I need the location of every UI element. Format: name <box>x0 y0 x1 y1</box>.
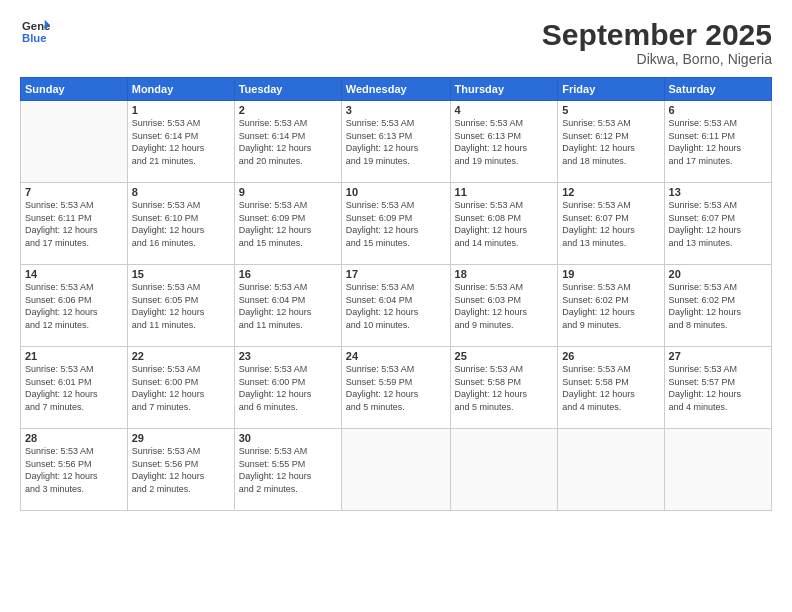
day-header-wednesday: Wednesday <box>341 78 450 101</box>
calendar-cell <box>558 429 664 511</box>
day-number: 4 <box>455 104 554 116</box>
day-number: 1 <box>132 104 230 116</box>
day-number: 3 <box>346 104 446 116</box>
day-info: Sunrise: 5:53 AM Sunset: 5:58 PM Dayligh… <box>455 363 554 413</box>
calendar-cell: 29Sunrise: 5:53 AM Sunset: 5:56 PM Dayli… <box>127 429 234 511</box>
logo: General Blue <box>20 18 50 50</box>
calendar-cell: 10Sunrise: 5:53 AM Sunset: 6:09 PM Dayli… <box>341 183 450 265</box>
day-info: Sunrise: 5:53 AM Sunset: 6:03 PM Dayligh… <box>455 281 554 331</box>
day-header-saturday: Saturday <box>664 78 771 101</box>
calendar-cell: 8Sunrise: 5:53 AM Sunset: 6:10 PM Daylig… <box>127 183 234 265</box>
calendar-cell: 14Sunrise: 5:53 AM Sunset: 6:06 PM Dayli… <box>21 265 128 347</box>
day-number: 17 <box>346 268 446 280</box>
calendar-cell <box>664 429 771 511</box>
calendar-cell: 5Sunrise: 5:53 AM Sunset: 6:12 PM Daylig… <box>558 101 664 183</box>
calendar-table: SundayMondayTuesdayWednesdayThursdayFrid… <box>20 77 772 511</box>
day-header-tuesday: Tuesday <box>234 78 341 101</box>
day-info: Sunrise: 5:53 AM Sunset: 6:07 PM Dayligh… <box>562 199 659 249</box>
day-info: Sunrise: 5:53 AM Sunset: 6:09 PM Dayligh… <box>239 199 337 249</box>
day-info: Sunrise: 5:53 AM Sunset: 6:12 PM Dayligh… <box>562 117 659 167</box>
calendar-cell: 23Sunrise: 5:53 AM Sunset: 6:00 PM Dayli… <box>234 347 341 429</box>
calendar-cell: 18Sunrise: 5:53 AM Sunset: 6:03 PM Dayli… <box>450 265 558 347</box>
day-number: 21 <box>25 350 123 362</box>
day-number: 7 <box>25 186 123 198</box>
svg-text:Blue: Blue <box>22 32 47 44</box>
day-info: Sunrise: 5:53 AM Sunset: 6:04 PM Dayligh… <box>346 281 446 331</box>
day-info: Sunrise: 5:53 AM Sunset: 6:06 PM Dayligh… <box>25 281 123 331</box>
day-number: 26 <box>562 350 659 362</box>
day-info: Sunrise: 5:53 AM Sunset: 6:00 PM Dayligh… <box>239 363 337 413</box>
day-info: Sunrise: 5:53 AM Sunset: 6:02 PM Dayligh… <box>562 281 659 331</box>
day-header-sunday: Sunday <box>21 78 128 101</box>
calendar-week-row: 14Sunrise: 5:53 AM Sunset: 6:06 PM Dayli… <box>21 265 772 347</box>
day-info: Sunrise: 5:53 AM Sunset: 6:14 PM Dayligh… <box>239 117 337 167</box>
day-info: Sunrise: 5:53 AM Sunset: 6:10 PM Dayligh… <box>132 199 230 249</box>
day-info: Sunrise: 5:53 AM Sunset: 6:07 PM Dayligh… <box>669 199 767 249</box>
day-number: 14 <box>25 268 123 280</box>
calendar-cell: 11Sunrise: 5:53 AM Sunset: 6:08 PM Dayli… <box>450 183 558 265</box>
day-info: Sunrise: 5:53 AM Sunset: 6:14 PM Dayligh… <box>132 117 230 167</box>
day-number: 23 <box>239 350 337 362</box>
day-info: Sunrise: 5:53 AM Sunset: 5:56 PM Dayligh… <box>25 445 123 495</box>
calendar-cell <box>341 429 450 511</box>
calendar-cell: 27Sunrise: 5:53 AM Sunset: 5:57 PM Dayli… <box>664 347 771 429</box>
day-header-friday: Friday <box>558 78 664 101</box>
calendar-cell: 24Sunrise: 5:53 AM Sunset: 5:59 PM Dayli… <box>341 347 450 429</box>
calendar-cell: 4Sunrise: 5:53 AM Sunset: 6:13 PM Daylig… <box>450 101 558 183</box>
day-number: 5 <box>562 104 659 116</box>
day-number: 20 <box>669 268 767 280</box>
day-info: Sunrise: 5:53 AM Sunset: 5:55 PM Dayligh… <box>239 445 337 495</box>
day-info: Sunrise: 5:53 AM Sunset: 6:01 PM Dayligh… <box>25 363 123 413</box>
day-info: Sunrise: 5:53 AM Sunset: 6:13 PM Dayligh… <box>455 117 554 167</box>
page-header: General Blue September 2025 Dikwa, Borno… <box>20 18 772 67</box>
day-number: 24 <box>346 350 446 362</box>
day-number: 15 <box>132 268 230 280</box>
calendar-cell <box>21 101 128 183</box>
calendar-cell: 28Sunrise: 5:53 AM Sunset: 5:56 PM Dayli… <box>21 429 128 511</box>
calendar-cell: 19Sunrise: 5:53 AM Sunset: 6:02 PM Dayli… <box>558 265 664 347</box>
calendar-cell: 15Sunrise: 5:53 AM Sunset: 6:05 PM Dayli… <box>127 265 234 347</box>
day-info: Sunrise: 5:53 AM Sunset: 6:04 PM Dayligh… <box>239 281 337 331</box>
day-number: 10 <box>346 186 446 198</box>
day-info: Sunrise: 5:53 AM Sunset: 6:11 PM Dayligh… <box>669 117 767 167</box>
day-number: 18 <box>455 268 554 280</box>
day-number: 30 <box>239 432 337 444</box>
logo-icon: General Blue <box>22 18 50 46</box>
day-info: Sunrise: 5:53 AM Sunset: 6:08 PM Dayligh… <box>455 199 554 249</box>
day-info: Sunrise: 5:53 AM Sunset: 6:13 PM Dayligh… <box>346 117 446 167</box>
day-info: Sunrise: 5:53 AM Sunset: 6:11 PM Dayligh… <box>25 199 123 249</box>
day-header-thursday: Thursday <box>450 78 558 101</box>
calendar-header-row: SundayMondayTuesdayWednesdayThursdayFrid… <box>21 78 772 101</box>
calendar-cell: 2Sunrise: 5:53 AM Sunset: 6:14 PM Daylig… <box>234 101 341 183</box>
calendar-cell: 17Sunrise: 5:53 AM Sunset: 6:04 PM Dayli… <box>341 265 450 347</box>
day-number: 13 <box>669 186 767 198</box>
calendar-week-row: 21Sunrise: 5:53 AM Sunset: 6:01 PM Dayli… <box>21 347 772 429</box>
day-number: 11 <box>455 186 554 198</box>
calendar-week-row: 28Sunrise: 5:53 AM Sunset: 5:56 PM Dayli… <box>21 429 772 511</box>
calendar-cell: 13Sunrise: 5:53 AM Sunset: 6:07 PM Dayli… <box>664 183 771 265</box>
calendar-week-row: 7Sunrise: 5:53 AM Sunset: 6:11 PM Daylig… <box>21 183 772 265</box>
day-number: 29 <box>132 432 230 444</box>
day-info: Sunrise: 5:53 AM Sunset: 5:57 PM Dayligh… <box>669 363 767 413</box>
calendar-cell: 6Sunrise: 5:53 AM Sunset: 6:11 PM Daylig… <box>664 101 771 183</box>
day-info: Sunrise: 5:53 AM Sunset: 6:00 PM Dayligh… <box>132 363 230 413</box>
calendar-cell: 21Sunrise: 5:53 AM Sunset: 6:01 PM Dayli… <box>21 347 128 429</box>
calendar-cell <box>450 429 558 511</box>
calendar-week-row: 1Sunrise: 5:53 AM Sunset: 6:14 PM Daylig… <box>21 101 772 183</box>
day-info: Sunrise: 5:53 AM Sunset: 6:09 PM Dayligh… <box>346 199 446 249</box>
day-number: 2 <box>239 104 337 116</box>
day-number: 22 <box>132 350 230 362</box>
day-number: 28 <box>25 432 123 444</box>
location-subtitle: Dikwa, Borno, Nigeria <box>542 51 772 67</box>
calendar-cell: 12Sunrise: 5:53 AM Sunset: 6:07 PM Dayli… <box>558 183 664 265</box>
day-number: 12 <box>562 186 659 198</box>
calendar-cell: 30Sunrise: 5:53 AM Sunset: 5:55 PM Dayli… <box>234 429 341 511</box>
day-info: Sunrise: 5:53 AM Sunset: 6:05 PM Dayligh… <box>132 281 230 331</box>
calendar-cell: 1Sunrise: 5:53 AM Sunset: 6:14 PM Daylig… <box>127 101 234 183</box>
calendar-cell: 25Sunrise: 5:53 AM Sunset: 5:58 PM Dayli… <box>450 347 558 429</box>
title-block: September 2025 Dikwa, Borno, Nigeria <box>542 18 772 67</box>
month-title: September 2025 <box>542 18 772 51</box>
day-number: 25 <box>455 350 554 362</box>
calendar-cell: 22Sunrise: 5:53 AM Sunset: 6:00 PM Dayli… <box>127 347 234 429</box>
calendar-cell: 9Sunrise: 5:53 AM Sunset: 6:09 PM Daylig… <box>234 183 341 265</box>
